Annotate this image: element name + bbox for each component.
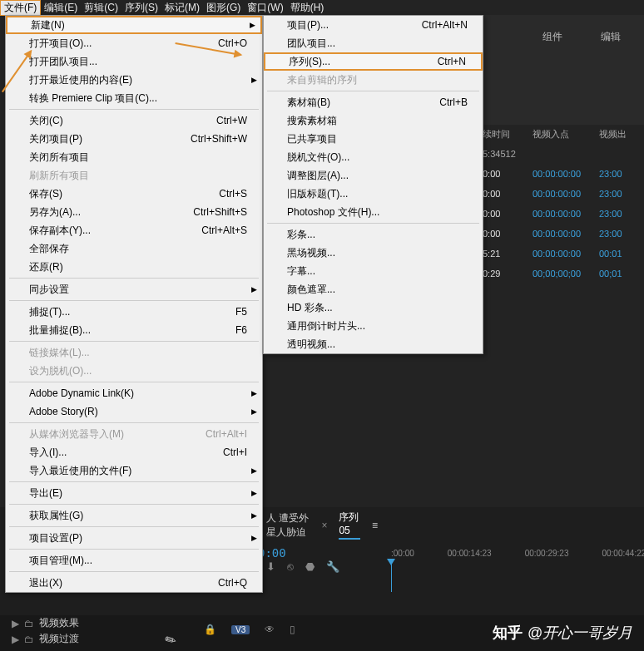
file-menu-item-33[interactable]: 获取属性(G)▶	[6, 506, 262, 525]
menu-item-shortcut: Ctrl+N	[438, 56, 466, 67]
marker-icon[interactable]: ⬣	[305, 560, 315, 573]
new-submenu-item-17[interactable]: HD 彩条...	[264, 298, 483, 317]
new-submenu-item-8[interactable]: 脱机文件(O)...	[264, 148, 483, 166]
new-submenu-item-10[interactable]: 旧版标题(T)...	[264, 185, 483, 203]
file-menu-item-10[interactable]: 保存(S)Ctrl+S	[6, 185, 262, 203]
new-submenu-item-13[interactable]: 彩条...	[264, 225, 483, 244]
new-submenu-item-18[interactable]: 通用倒计时片头...	[264, 317, 483, 335]
lock-icon[interactable]: 🔒	[204, 624, 216, 635]
file-menu-separator	[9, 382, 259, 382]
menu-item-label: 黑场视频...	[287, 246, 335, 260]
table-row[interactable]: 0:0000:00:00:0023:00	[483, 224, 644, 244]
table-cell: 0:00	[483, 169, 533, 179]
table-row[interactable]: 0:0000:00:00:0023:00	[483, 164, 644, 184]
file-menu-item-24[interactable]: Adobe Dynamic Link(K)▶	[6, 384, 262, 402]
timeline-tab-inactive[interactable]: 人 遭受外星人胁迫	[266, 511, 318, 540]
file-menu-item-29[interactable]: 导入最近使用的文件(F)▶	[6, 461, 262, 480]
file-menu-separator	[9, 571, 259, 572]
file-menu-item-7[interactable]: 关闭项目(P)Ctrl+Shift+W	[6, 130, 262, 148]
timeline-playhead[interactable]	[391, 559, 392, 592]
file-menu-item-13[interactable]: 全部保存	[6, 239, 262, 258]
timeline-ruler[interactable]: :00:0000:00:14:2300:00:29:2300:00:44:22	[391, 549, 644, 558]
snap-icon[interactable]: ⬇	[266, 560, 275, 573]
menubar-标记[interactable]: 标记(M)	[161, 1, 203, 15]
table-row[interactable]: 0:0000:00:00:0023:00	[483, 204, 644, 224]
new-submenu-item-16[interactable]: 颜色遮罩...	[264, 280, 483, 298]
table-row[interactable]: 5:34512	[483, 144, 644, 164]
file-menu-item-28[interactable]: 导入(I)...Ctrl+I	[6, 443, 262, 461]
workspace-tab[interactable]: 组件	[536, 27, 569, 47]
file-menu-separator	[9, 526, 259, 527]
menu-item-label: 另存为(A)...	[29, 205, 81, 219]
file-menu-item-8[interactable]: 关闭所有项目	[6, 148, 262, 166]
file-menu-item-35[interactable]: 项目设置(P)▶	[6, 529, 262, 547]
menu-item-shortcut: Ctrl+Shift+W	[191, 133, 247, 145]
table-column-header[interactable]: 续时间	[483, 128, 533, 141]
menu-item-shortcut: Ctrl+I	[223, 446, 247, 458]
menubar-图形[interactable]: 图形(G)	[203, 1, 244, 15]
new-submenu-item-11[interactable]: Photoshop 文件(H)...	[264, 203, 483, 221]
menubar-帮助[interactable]: 帮助(H)	[287, 1, 328, 15]
file-menu-item-19[interactable]: 批量捕捉(B)...F6	[6, 321, 262, 339]
table-cell: 0:00	[483, 189, 533, 199]
table-cell: 00:00:00:00	[533, 169, 599, 179]
file-menu-item-18[interactable]: 捕捉(T)...F5	[6, 303, 262, 321]
table-row[interactable]: 5:2100:00:00:0000:01	[483, 244, 644, 264]
folder-label: 视频效果	[39, 616, 79, 630]
new-submenu-item-9[interactable]: 调整图层(A)...	[264, 166, 483, 185]
file-menu-item-31[interactable]: 导出(E)▶	[6, 484, 262, 502]
table-cell: 00:00:00:00	[533, 249, 599, 259]
film-icon[interactable]: ▯	[290, 624, 295, 635]
menu-item-label: 关闭(C)	[29, 114, 63, 128]
file-menu-item-2[interactable]: 打开团队项目...	[6, 52, 262, 71]
file-menu-item-37[interactable]: 项目管理(M)...	[6, 551, 262, 570]
new-submenu-item-19[interactable]: 透明视频...	[264, 335, 483, 353]
new-submenu-item-2[interactable]: 序列(S)...Ctrl+N	[264, 52, 483, 71]
menubar-窗口[interactable]: 窗口(W)	[244, 1, 286, 15]
menu-item-label: 新建(N)	[31, 18, 65, 32]
menubar-文件[interactable]: 文件(F)	[0, 0, 41, 16]
file-menu-item-16[interactable]: 同步设置▶	[6, 280, 262, 298]
new-submenu-item-0[interactable]: 项目(P)...Ctrl+Alt+N	[264, 16, 483, 34]
file-menu-item-12[interactable]: 保存副本(Y)...Ctrl+Alt+S	[6, 221, 262, 239]
new-submenu-item-5[interactable]: 素材箱(B)Ctrl+B	[264, 93, 483, 111]
table-cell: 23:00	[599, 189, 641, 199]
table-cell	[533, 149, 599, 159]
file-menu-item-25[interactable]: Adobe Story(R)▶	[6, 402, 262, 421]
timeline-tab-close[interactable]: ×	[321, 520, 327, 531]
menubar: 文件(F)编辑(E)剪辑(C)序列(S)标记(M)图形(G)窗口(W)帮助(H)	[0, 0, 644, 15]
timeline-tab-active[interactable]: 序列 05	[339, 510, 360, 540]
table-row[interactable]: 0:2900;00;00;0000;01	[483, 264, 644, 284]
table-column-header[interactable]: 视频入点	[533, 128, 599, 141]
menubar-剪辑[interactable]: 剪辑(C)	[81, 1, 121, 15]
file-menu-item-11[interactable]: 另存为(A)...Ctrl+Shift+S	[6, 203, 262, 221]
file-menu-item-3[interactable]: 打开最近使用的内容(E)▶	[6, 71, 262, 89]
file-menu-item-39[interactable]: 退出(X)Ctrl+Q	[6, 574, 262, 592]
menu-item-shortcut: Ctrl+Alt+S	[201, 224, 247, 236]
wrench-icon[interactable]: 🔧	[326, 560, 339, 573]
table-column-header[interactable]: 视频出	[599, 128, 641, 141]
workspace-tab[interactable]: 编辑	[594, 27, 627, 47]
menu-item-label: 打开项目(O)...	[29, 37, 92, 51]
file-menu-item-14[interactable]: 还原(R)	[6, 258, 262, 276]
new-submenu-item-6[interactable]: 搜索素材箱	[264, 111, 483, 130]
table-cell: 23:00	[599, 209, 641, 219]
timeline-hamburger-icon[interactable]: ≡	[372, 520, 378, 531]
new-submenu-item-1[interactable]: 团队项目...	[264, 34, 483, 52]
file-menu-item-1[interactable]: 打开项目(O)...Ctrl+O	[6, 34, 262, 52]
file-menu-item-6[interactable]: 关闭(C)Ctrl+W	[6, 111, 262, 130]
file-menu-item-4[interactable]: 转换 Premiere Clip 项目(C)...	[6, 89, 262, 107]
file-menu-separator	[9, 549, 259, 550]
new-submenu-separator	[267, 223, 479, 224]
link-icon[interactable]: ⎋	[287, 560, 294, 573]
new-submenu-item-7[interactable]: 已共享项目	[264, 130, 483, 148]
new-submenu-item-15[interactable]: 字幕...	[264, 262, 483, 280]
menubar-序列[interactable]: 序列(S)	[121, 1, 161, 15]
menu-item-label: HD 彩条...	[287, 301, 333, 315]
eye-icon[interactable]: 👁	[265, 624, 275, 635]
menubar-编辑[interactable]: 编辑(E)	[41, 1, 81, 15]
table-row[interactable]: 0:0000:00:00:0023:00	[483, 184, 644, 204]
new-submenu-item-14[interactable]: 黑场视频...	[264, 244, 483, 262]
file-menu-item-0[interactable]: 新建(N)▶	[6, 16, 262, 34]
v3-track-badge[interactable]: V3	[231, 625, 250, 634]
